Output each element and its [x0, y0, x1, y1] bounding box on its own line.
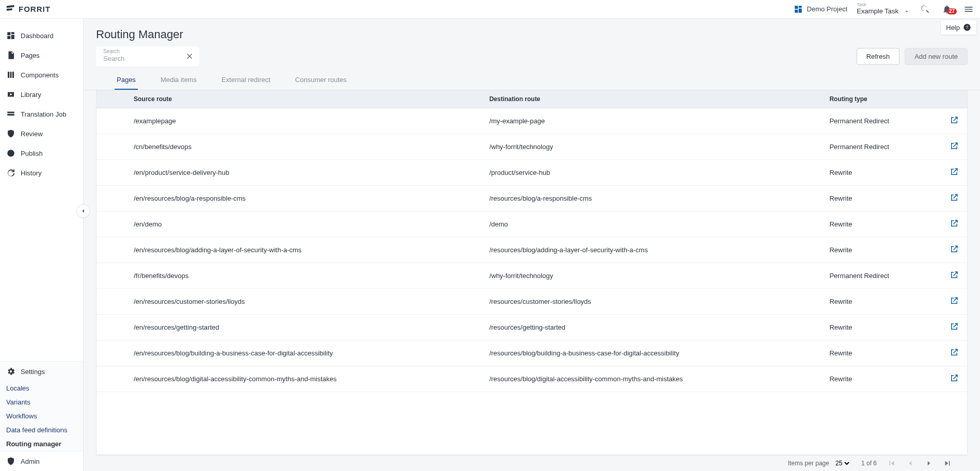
paginator-last[interactable] — [943, 459, 952, 468]
table-row[interactable]: /en/resources/customer-stories/lloyds/re… — [97, 289, 967, 315]
open-route-button[interactable] — [950, 193, 960, 203]
tab-external[interactable]: External redirect — [219, 76, 273, 90]
sidebar-item-label: Review — [21, 130, 43, 138]
open-route-button[interactable] — [950, 270, 960, 281]
sidebar-item-label: Translation Job — [21, 110, 66, 118]
chevron-right-icon — [924, 459, 934, 468]
table-row[interactable]: /en/demo/demoRewrite — [97, 212, 967, 237]
refresh-button[interactable]: Refresh — [857, 48, 900, 65]
settings-sub-datafeed[interactable]: Data feed definitions — [0, 423, 83, 437]
dashboard-icon — [794, 5, 803, 14]
table-row[interactable]: /cn/benefits/devops/why-forrit/technolog… — [97, 134, 967, 160]
col-destination[interactable]: Destination route — [483, 90, 824, 108]
table-row[interactable]: /en/resources/blog/a-responsible-cms/res… — [97, 186, 967, 212]
sidebar-item-admin[interactable]: Admin — [0, 451, 83, 471]
settings-sub-variants[interactable]: Variants — [0, 395, 83, 409]
settings-sub-locales[interactable]: Locales — [0, 381, 83, 395]
search-field[interactable]: Search — [96, 46, 199, 67]
sidebar-item-label: Pages — [21, 52, 40, 59]
notifications-button[interactable]: 27 — [941, 3, 953, 15]
brand-logo[interactable]: FORRIT — [0, 0, 56, 18]
open-route-button[interactable] — [950, 219, 960, 229]
open-route-button[interactable] — [950, 373, 960, 384]
paginator-first[interactable] — [887, 459, 896, 468]
project-chip[interactable]: Demo Project — [794, 5, 848, 14]
settings-group: Settings Locales Variants Workflows Data… — [0, 361, 83, 451]
table-row[interactable]: /en/resources/blog/adding-a-layer-of-sec… — [97, 237, 967, 263]
paginator-prev[interactable] — [906, 459, 915, 468]
paginator-next[interactable] — [924, 459, 934, 468]
open-route-button[interactable] — [950, 167, 960, 177]
sidebar-item-label: Dashboard — [21, 32, 54, 40]
sidebar-collapse-button[interactable] — [76, 204, 90, 218]
col-type[interactable]: Routing type — [823, 90, 942, 108]
open-route-button[interactable] — [950, 322, 960, 332]
settings-sub-workflows[interactable]: Workflows — [0, 409, 83, 423]
sidebar-item-label: Publish — [21, 150, 43, 157]
sidebar-item-library[interactable]: Library — [0, 85, 83, 104]
help-chip[interactable]: Help ? — [940, 20, 977, 35]
cell-destination: /resources/getting-started — [483, 315, 824, 340]
cell-destination: /resources/blog/a-responsible-cms — [483, 186, 824, 212]
table-row[interactable]: /examplepage/my-example-pagePermanent Re… — [97, 108, 967, 134]
cell-source: /en/resources/blog/adding-a-layer-of-sec… — [128, 237, 483, 263]
open-route-button[interactable] — [950, 245, 960, 255]
cell-type: Rewrite — [823, 340, 942, 366]
table-row[interactable]: /en/product/service-delivery-hub/product… — [97, 160, 967, 186]
open-route-button[interactable] — [950, 141, 960, 152]
hamburger-icon — [963, 4, 974, 14]
tab-media[interactable]: Media items — [159, 76, 199, 90]
shield-check-icon — [6, 129, 15, 138]
add-route-button[interactable]: Add new route — [905, 48, 968, 65]
routes-table-wrap[interactable]: Source route Destination route Routing t… — [96, 90, 968, 455]
items-per-page-select[interactable]: 25 — [833, 459, 851, 467]
cell-source: /en/product/service-delivery-hub — [128, 160, 483, 186]
sidebar-item-pages[interactable]: Pages — [0, 45, 83, 65]
cell-destination: /resources/blog/digital-accessibility-co… — [483, 366, 824, 392]
col-source[interactable]: Source route — [128, 90, 483, 108]
menu-button[interactable] — [962, 3, 975, 15]
items-per-page-label: Items per page — [788, 460, 829, 467]
help-icon: ? — [963, 23, 971, 31]
sidebar-item-components[interactable]: Components — [0, 65, 83, 85]
cell-source: /en/resources/blog/digital-accessibility… — [128, 366, 483, 392]
last-page-icon — [943, 459, 952, 468]
shield-icon — [6, 457, 15, 466]
open-route-button[interactable] — [950, 116, 960, 126]
search-clear-button[interactable] — [185, 52, 194, 61]
table-row[interactable]: /en/resources/blog/building-a-business-c… — [97, 340, 967, 366]
task-chip[interactable]: Task Example Task — [857, 3, 910, 15]
settings-title-label: Settings — [21, 368, 45, 376]
svg-text:?: ? — [966, 25, 969, 30]
open-route-button[interactable] — [950, 348, 960, 358]
tab-consumer[interactable]: Consumer routes — [293, 76, 349, 90]
routes-table: Source route Destination route Routing t… — [97, 90, 967, 392]
table-row[interactable]: /en/resources/blog/digital-accessibility… — [97, 366, 967, 392]
dashboard-icon — [6, 31, 15, 40]
paginator: Items per page 25 1 of 6 — [96, 455, 968, 471]
search-button[interactable] — [919, 3, 931, 15]
cell-source: /examplepage — [128, 108, 483, 134]
table-row[interactable]: /en/resources/getting-started/resources/… — [97, 315, 967, 340]
components-icon — [6, 70, 15, 79]
cell-source: /en/demo — [128, 212, 483, 237]
search-icon — [920, 4, 930, 14]
sidebar-item-review[interactable]: Review — [0, 124, 83, 143]
cell-type: Rewrite — [823, 212, 942, 237]
brand-mark-icon — [5, 4, 17, 15]
sidebar-item-publish[interactable]: Publish — [0, 143, 83, 163]
sidebar-item-translation[interactable]: Translation Job — [0, 104, 83, 124]
tabs: Pages Media items External redirect Cons… — [84, 67, 980, 90]
translation-icon — [6, 109, 15, 119]
table-row[interactable]: /fr/benefits/devops/why-forrit/technolog… — [97, 263, 967, 289]
cell-destination: /product/service-hub — [483, 160, 824, 186]
cell-type: Rewrite — [823, 160, 942, 186]
sidebar-item-dashboard[interactable]: Dashboard — [0, 26, 83, 45]
cell-type: Rewrite — [823, 366, 942, 392]
settings-sub-routing[interactable]: Routing manager — [0, 437, 83, 451]
tab-pages[interactable]: Pages — [115, 76, 138, 90]
chevron-left-icon — [80, 207, 87, 215]
open-route-button[interactable] — [950, 296, 960, 306]
sidebar-item-history[interactable]: History — [0, 163, 83, 183]
sidebar-item-settings[interactable]: Settings — [0, 362, 83, 381]
